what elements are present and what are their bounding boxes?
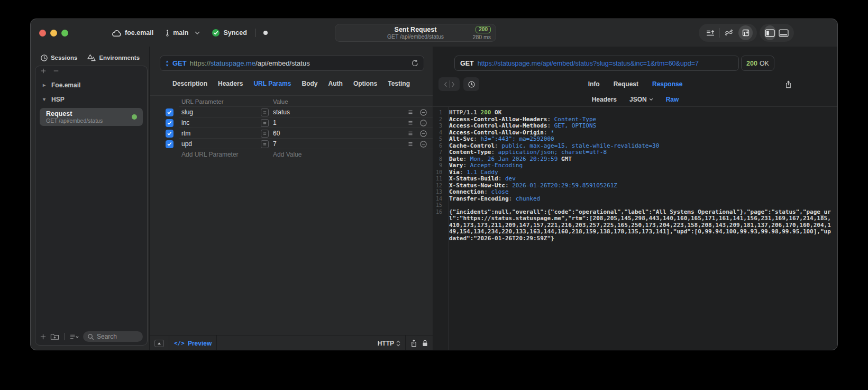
updown-chevrons-icon [396,340,400,347]
toolbar-group-actions [699,24,757,42]
tab-options[interactable]: Options [353,80,377,87]
param-value-field[interactable]: 7 [273,140,402,148]
param-enabled-checkbox[interactable] [166,119,173,127]
new-request-button[interactable] [40,332,47,341]
sync-status[interactable]: Synced [212,29,246,37]
param-name-field[interactable]: rtm [181,130,261,137]
response-body[interactable]: 1HTTP/1.1 200 OK2Access-Control-Allow-He… [433,107,837,350]
tab-sessions[interactable]: Sessions [40,54,78,62]
collapse-panel-button[interactable] [154,340,164,347]
remove-param-icon[interactable] [419,108,427,116]
reorder-handle-icon[interactable] [406,140,415,148]
param-enabled-checkbox[interactable] [166,140,173,148]
tab-headers[interactable]: Headers [218,80,243,87]
remove-param-icon[interactable] [419,130,427,138]
forward-button[interactable] [451,81,455,87]
line-number: 8 [433,156,445,163]
equals-type-icon[interactable] [261,108,269,116]
zoom-window-button[interactable] [61,30,68,37]
branch-selector[interactable]: main [165,29,200,37]
equals-type-icon[interactable] [261,119,269,127]
group-label: HSP [51,96,65,103]
response-status-box: 200 OK [741,56,774,71]
param-value-field[interactable]: 60 [273,130,402,137]
tab-auth[interactable]: Auth [328,80,343,87]
sort-filter-button[interactable] [69,332,79,341]
line-number: 4 [433,130,445,137]
list-add-remove [40,67,60,75]
sync-arrows-button[interactable] [722,25,736,40]
sidebar-bottom-toolbar [40,330,143,343]
tab-info[interactable]: Info [588,80,600,88]
subtab-json-label: JSON [629,96,647,103]
params-header-row: URL Parameter Value [150,96,433,107]
add-param-name-placeholder[interactable]: Add URL Parameter [181,151,269,158]
clock-icon [468,80,476,88]
close-window-button[interactable] [39,30,46,37]
remove-item-button[interactable] [52,67,60,75]
search-icon [87,333,94,340]
transfer-box-button[interactable] [738,25,753,40]
reorder-handle-icon[interactable] [406,130,415,137]
param-enabled-checkbox[interactable] [166,130,173,138]
reorder-handle-icon[interactable] [406,119,415,126]
resend-button[interactable] [411,59,419,67]
subtab-json-dropdown[interactable]: JSON [629,96,653,103]
lock-icon[interactable] [422,339,428,347]
new-group-button[interactable] [50,332,59,341]
sent-request-subtitle: GET /api/embed/status [387,33,444,40]
param-name-field[interactable]: inc [181,119,261,126]
response-history-button[interactable] [463,77,479,91]
equals-type-icon[interactable] [261,130,269,138]
add-param-value-placeholder[interactable]: Add Value [273,151,302,158]
tab-request[interactable]: Request [614,80,638,88]
sent-request-summary[interactable]: Sent Request GET /api/embed/status 200 2… [335,24,496,42]
protocol-selector[interactable]: HTTP [378,340,400,347]
reorder-handle-icon[interactable] [406,108,415,116]
tab-body[interactable]: Body [302,80,318,87]
sidebar-search[interactable] [83,331,143,342]
toggle-sidebar-button[interactable] [764,25,776,40]
export-response-button[interactable] [781,77,795,91]
project-switcher[interactable]: foe.email [112,29,153,37]
toggle-bottom-panel-button[interactable] [778,25,790,40]
line-content: {"incidents":null,"overall":{"code":"ope… [445,209,837,242]
param-name-field[interactable]: upd [181,140,261,148]
share-button[interactable] [410,339,417,347]
remove-param-icon[interactable] [419,140,427,148]
request-url-bar[interactable]: GET https://statuspage.me/api/embed/stat… [160,56,424,71]
method-stepper-icon[interactable] [165,60,169,67]
request-list-item-selected[interactable]: Request GET /api/embed/status [40,108,143,126]
minimize-window-button[interactable] [50,30,57,37]
group-hsp[interactable]: ▾ HSP [35,92,147,106]
param-value-field[interactable]: status [273,108,402,116]
param-enabled-checkbox[interactable] [166,108,173,116]
tab-description[interactable]: Description [172,80,207,87]
method-label[interactable]: GET [172,59,187,67]
line-content: Transfer-Encoding: chunked [445,196,545,203]
search-input[interactable] [97,333,139,340]
response-method: GET [460,60,474,67]
subtab-raw[interactable]: Raw [666,96,679,103]
line-number: 3 [433,123,445,130]
tab-testing[interactable]: Testing [388,80,410,87]
tab-sessions-label: Sessions [51,55,78,61]
equals-type-icon[interactable] [261,140,269,148]
back-button[interactable] [444,81,447,87]
list-chevron-icon [69,333,79,340]
tab-response[interactable]: Response [652,80,682,88]
param-name-field[interactable]: slug [181,108,261,116]
editor-bottom-bar: </> Preview HTTP [150,335,433,350]
group-foe-email[interactable]: ▸ Foe.email [35,78,147,92]
subtab-headers[interactable]: Headers [592,96,617,103]
param-value-field[interactable]: 1 [273,119,402,126]
url-input[interactable]: https://statuspage.me/api/embed/status [190,59,408,67]
tab-environments[interactable]: Environments [87,54,140,61]
remove-param-icon[interactable] [419,119,427,127]
tab-url-params[interactable]: URL Params [253,80,291,87]
line-number: 7 [433,149,445,156]
add-item-button[interactable] [40,67,47,75]
preview-button[interactable]: </> Preview [174,340,212,347]
sort-lines-button[interactable] [703,25,717,40]
add-param-row[interactable]: Add URL Parameter Add Value [150,149,433,160]
